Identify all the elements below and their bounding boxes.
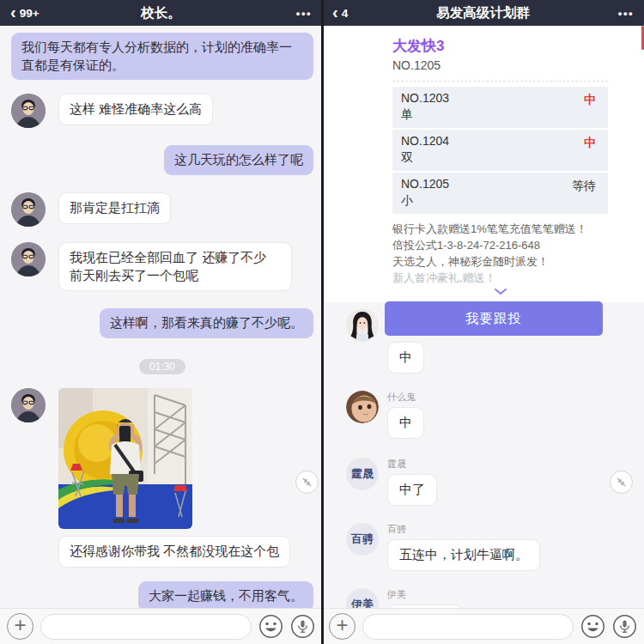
sent-message-row: 大家一起赚钱，不用客气。 bbox=[11, 581, 313, 608]
promo-line: 银行卡入款赠送1%笔笔充值笔笔赠送！ bbox=[392, 221, 608, 237]
chevron-down-icon bbox=[494, 288, 507, 295]
message-input[interactable] bbox=[40, 614, 252, 640]
received-message-bubble: 这样 难怪准确率这么高 bbox=[58, 94, 213, 125]
right-input-bar: + bbox=[322, 608, 644, 644]
emoji-button[interactable] bbox=[258, 614, 283, 639]
collapse-arrows-icon bbox=[616, 477, 627, 488]
row-issue-number: NO.1205 bbox=[401, 177, 599, 191]
right-chat-header: ‹ 4 易发高级计划群 ••• bbox=[322, 0, 644, 26]
promo-line: 天选之人，神秘彩金随时派发！ bbox=[392, 253, 608, 270]
follow-bet-button[interactable]: 我要跟投 bbox=[385, 301, 603, 336]
promo-line: 倍投公式1-3-8-24-72-216-648 bbox=[392, 237, 608, 253]
left-message-list: 我们每天都有专人分析数据的，计划的准确率一直都是有保证的。 这样 难怪准确率这么… bbox=[0, 26, 322, 608]
message-input[interactable] bbox=[362, 614, 574, 640]
photo-message[interactable] bbox=[58, 388, 192, 529]
voice-button[interactable] bbox=[290, 614, 315, 639]
back-chevron-icon: ‹ bbox=[10, 1, 16, 23]
group-message-row: 百骋百骋五连中，计划牛逼啊。 bbox=[346, 523, 634, 571]
promo-text-block: 银行卡入款赠送1%笔笔充值笔笔赠送！倍投公式1-3-8-24-72-216-64… bbox=[392, 221, 608, 286]
plan-result-row: NO.1204双中 bbox=[392, 130, 608, 171]
contact-avatar[interactable] bbox=[11, 192, 46, 227]
contact-avatar[interactable] bbox=[11, 94, 46, 128]
unread-count: 99+ bbox=[20, 7, 39, 20]
message-body: 百骋五连中，计划牛逼啊。 bbox=[387, 523, 540, 571]
contact-avatar[interactable] bbox=[11, 242, 46, 276]
panel-divider bbox=[321, 0, 324, 644]
dashed-divider bbox=[392, 81, 608, 82]
row-result: 中 bbox=[584, 93, 596, 108]
received-message-row: 这样 难怪准确率这么高 bbox=[11, 94, 313, 128]
emoji-button[interactable] bbox=[580, 614, 605, 639]
row-issue-number: NO.1203 bbox=[401, 91, 599, 105]
plan-results-table: NO.1203单中NO.1204双中NO.1205小等待 bbox=[392, 87, 608, 214]
row-pick: 双 bbox=[401, 150, 599, 166]
attach-plus-button[interactable]: + bbox=[329, 613, 355, 640]
promo-line: 新人首冲豪礼,赠送！ bbox=[392, 270, 608, 286]
row-result: 中 bbox=[584, 136, 596, 151]
collapse-float-button[interactable] bbox=[610, 471, 633, 494]
microphone-icon bbox=[612, 614, 637, 639]
received-message-bubble: 我现在已经全部回血了 还赚了不少 前天刚去买了一个包呢 bbox=[58, 242, 292, 291]
row-issue-number: NO.1204 bbox=[401, 134, 599, 148]
current-issue-number: NO.1205 bbox=[392, 58, 608, 72]
smiley-icon bbox=[258, 614, 283, 639]
left-chat-header: ‹ 99+ 校长。 ••• bbox=[0, 0, 322, 26]
dual-chat-screenshot: ‹ 99+ 校长。 ••• 我们每天都有专人分析数据的，计划的准确率一直都是有保… bbox=[0, 0, 644, 644]
member-avatar[interactable]: 霆晟 bbox=[346, 458, 379, 490]
row-result: 等待 bbox=[572, 179, 596, 194]
plan-result-row: NO.1203单中 bbox=[392, 87, 608, 128]
attach-plus-button[interactable]: + bbox=[7, 613, 33, 640]
unread-count: 4 bbox=[342, 7, 349, 20]
sent-message-row: 这样啊，那看来真的赚了不少呢。 bbox=[11, 308, 313, 338]
sent-message-bubble: 这样啊，那看来真的赚了不少呢。 bbox=[100, 308, 313, 338]
sent-message-bubble: 大家一起赚钱，不用客气。 bbox=[138, 581, 313, 608]
member-name: 什么鬼 bbox=[387, 391, 424, 404]
collapse-float-button[interactable] bbox=[295, 471, 319, 494]
voice-button[interactable] bbox=[612, 614, 637, 639]
photo-message-row bbox=[11, 388, 313, 529]
group-message-bubble: 中了 bbox=[387, 474, 437, 506]
more-menu-button[interactable]: ••• bbox=[296, 7, 312, 20]
group-message-row: 什么鬼中 bbox=[346, 391, 634, 439]
sent-message-bubble: 我们每天都有专人分析数据的，计划的准确率一直都是有保证的。 bbox=[11, 33, 313, 80]
received-message-row: 那肯定是扛扛滴 bbox=[11, 192, 313, 227]
sent-message-row: 我们每天都有专人分析数据的，计划的准确率一直都是有保证的。 bbox=[11, 33, 313, 80]
back-button[interactable]: ‹ 99+ bbox=[10, 3, 39, 23]
received-message-bubble: 那肯定是扛扛滴 bbox=[58, 192, 171, 224]
group-title: 易发高级计划群 bbox=[436, 4, 530, 22]
timestamp-row: 01:30 bbox=[11, 359, 313, 374]
group-message-bubble: 五连中，计划牛逼啊。 bbox=[387, 539, 540, 571]
received-message-bubble: 还得感谢你带我 不然都没现在这个包 bbox=[58, 536, 290, 568]
member-name: 伊美 bbox=[387, 588, 463, 601]
message-body: 什么鬼中 bbox=[387, 391, 424, 439]
group-message-list: 黄金代理说好的幸福呢中 什么鬼中霆晟霆晟中了百骋百骋五连中，计划牛逼啊。伊美伊美… bbox=[322, 302, 644, 608]
row-pick: 单 bbox=[401, 107, 599, 123]
plan-result-row: NO.1205小等待 bbox=[392, 173, 608, 214]
member-avatar[interactable] bbox=[346, 309, 379, 342]
received-message-row: 还得感谢你带我 不然都没现在这个包 bbox=[11, 536, 313, 568]
received-message-row: 我现在已经全部回血了 还赚了不少 前天刚去买了一个包呢 bbox=[11, 242, 313, 291]
more-menu-button[interactable]: ••• bbox=[618, 7, 634, 20]
member-avatar[interactable] bbox=[346, 391, 379, 423]
back-button[interactable]: ‹ 4 bbox=[332, 3, 348, 23]
game-title: 大发快3 bbox=[392, 36, 608, 56]
collapse-arrows-icon bbox=[301, 477, 313, 488]
group-message-row: 伊美伊美厉害厉害 bbox=[346, 588, 634, 608]
group-chat-panel: ‹ 4 易发高级计划群 ••• 大发快3 NO.1205 NO.1203单中NO… bbox=[322, 0, 644, 644]
group-message-bubble: 中 bbox=[387, 407, 424, 439]
group-message-bubble: 中 bbox=[387, 342, 424, 374]
lottery-plan-card: 大发快3 NO.1205 NO.1203单中NO.1204双中NO.1205小等… bbox=[322, 26, 644, 302]
expand-promo-button[interactable] bbox=[392, 288, 608, 295]
contact-avatar[interactable] bbox=[11, 388, 46, 422]
chat-title: 校长。 bbox=[141, 4, 181, 22]
row-pick: 小 bbox=[401, 193, 599, 209]
group-message-row: 霆晟霆晟中了 bbox=[346, 458, 634, 506]
member-avatar[interactable]: 百骋 bbox=[346, 523, 379, 556]
member-avatar[interactable]: 伊美 bbox=[346, 588, 379, 608]
smiley-icon bbox=[580, 614, 605, 639]
microphone-icon bbox=[290, 614, 315, 639]
sent-message-bubble: 这几天玩的怎么样了呢 bbox=[164, 145, 313, 175]
member-name: 百骋 bbox=[387, 523, 540, 536]
message-body: 霆晟中了 bbox=[387, 458, 437, 506]
message-timestamp: 01:30 bbox=[139, 359, 185, 374]
